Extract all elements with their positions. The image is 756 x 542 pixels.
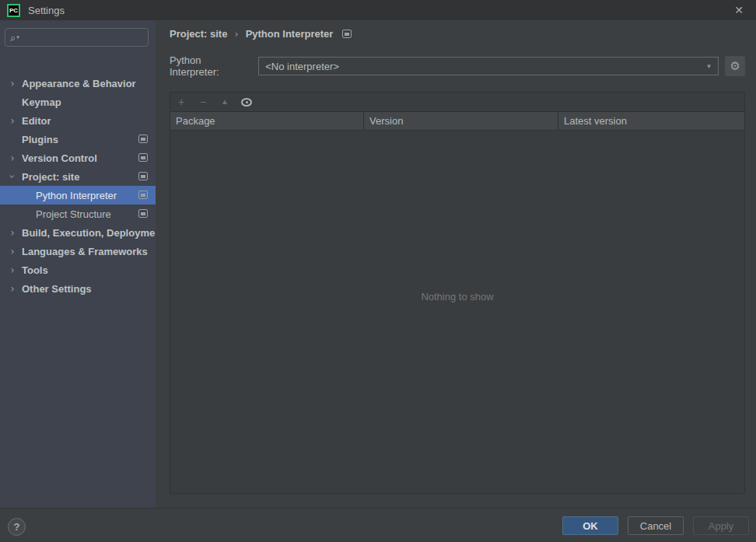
sidebar-item-project-structure[interactable]: Project Structure xyxy=(0,205,156,223)
chevron-down-icon: ▼ xyxy=(705,63,712,70)
sidebar-item-label: Keymap xyxy=(22,96,61,108)
minus-icon: − xyxy=(200,96,206,108)
sidebar-item-label: Editor xyxy=(22,115,51,127)
sidebar-item-other-settings[interactable]: › Other Settings xyxy=(0,279,156,298)
title-bar: PC Settings ✕ xyxy=(0,0,756,20)
interpreter-select[interactable]: <No interpreter> ▼ xyxy=(258,57,719,75)
window-title: Settings xyxy=(28,5,65,16)
settings-sidebar: ⌕ ▾ › Appearance & Behavior Keymap › Edi… xyxy=(0,20,156,508)
packages-panel: + − ▲ Package Version Latest version Not… xyxy=(170,92,745,494)
plus-icon: + xyxy=(178,96,184,108)
arrow-up-icon: ▲ xyxy=(221,97,229,106)
interpreter-settings-button[interactable]: ⚙ xyxy=(725,56,745,76)
sidebar-item-project-site[interactable]: › Project: site xyxy=(0,167,156,186)
per-project-settings-icon xyxy=(342,30,352,38)
sidebar-item-label: Version Control xyxy=(22,152,97,164)
gear-icon: ⚙ xyxy=(730,59,740,73)
chevron-right-icon[interactable]: › xyxy=(8,227,17,238)
chevron-right-icon[interactable]: › xyxy=(8,78,17,89)
per-project-settings-icon xyxy=(138,191,148,199)
chevron-right-icon[interactable]: › xyxy=(8,283,17,294)
cancel-button[interactable]: Cancel xyxy=(628,516,684,535)
chevron-right-icon[interactable]: › xyxy=(8,115,17,126)
sidebar-item-languages-frameworks[interactable]: › Languages & Frameworks xyxy=(0,242,156,261)
sidebar-item-label: Other Settings xyxy=(22,283,92,295)
pycharm-logo-icon: PC xyxy=(7,4,20,17)
sidebar-item-python-interpreter[interactable]: Python Interpreter xyxy=(0,186,156,205)
sidebar-item-label: Project: site xyxy=(22,171,79,183)
sidebar-item-label: Languages & Frameworks xyxy=(22,246,148,257)
search-icon: ⌕ xyxy=(10,33,16,43)
sidebar-item-label: Project Structure xyxy=(36,208,111,220)
settings-content: Project: site › Python Interpreter Pytho… xyxy=(156,20,756,508)
breadcrumb-project-site[interactable]: Project: site xyxy=(170,28,227,40)
sidebar-item-label: Appearance & Behavior xyxy=(22,78,136,89)
sidebar-item-tools[interactable]: › Tools xyxy=(0,261,156,279)
footer-buttons: OK Cancel Apply xyxy=(562,516,749,535)
sidebar-item-appearance-behavior[interactable]: › Appearance & Behavior xyxy=(0,74,156,93)
chevron-down-icon[interactable]: › xyxy=(7,172,18,181)
breadcrumb-separator-icon: › xyxy=(234,28,238,40)
interpreter-row: Python Interpreter: <No interpreter> ▼ ⚙ xyxy=(170,54,745,78)
chevron-right-icon[interactable]: › xyxy=(8,246,17,257)
column-header-latest-version[interactable]: Latest version xyxy=(558,112,744,130)
sidebar-item-label: Build, Execution, Deployment xyxy=(22,227,164,239)
sidebar-item-plugins[interactable]: Plugins xyxy=(0,130,156,149)
help-button[interactable]: ? xyxy=(8,518,26,536)
sidebar-item-label: Python Interpreter xyxy=(36,190,117,201)
column-header-version[interactable]: Version xyxy=(363,112,558,130)
interpreter-selected-value: <No interpreter> xyxy=(265,61,339,72)
apply-button: Apply xyxy=(693,516,749,535)
sidebar-item-version-control[interactable]: › Version Control xyxy=(0,149,156,167)
sidebar-item-editor[interactable]: › Editor xyxy=(0,111,156,130)
breadcrumb: Project: site › Python Interpreter xyxy=(170,28,352,40)
ok-button[interactable]: OK xyxy=(562,516,618,535)
settings-tree: › Appearance & Behavior Keymap › Editor … xyxy=(0,74,156,298)
show-early-releases-button[interactable] xyxy=(236,98,257,107)
remove-package-button[interactable]: − xyxy=(192,96,214,107)
dialog-footer: ? OK Cancel Apply xyxy=(0,508,756,542)
packages-table-header: Package Version Latest version xyxy=(170,112,744,131)
per-project-settings-icon xyxy=(138,153,148,162)
per-project-settings-icon xyxy=(138,209,148,218)
packages-toolbar: + − ▲ xyxy=(170,93,744,112)
breadcrumb-python-interpreter: Python Interpreter xyxy=(246,28,334,40)
chevron-right-icon[interactable]: › xyxy=(8,152,17,163)
chevron-right-icon[interactable]: › xyxy=(8,264,17,275)
sidebar-item-label: Tools xyxy=(22,264,48,276)
per-project-settings-icon xyxy=(138,172,148,180)
per-project-settings-icon xyxy=(138,135,148,143)
empty-state-text: Nothing to show xyxy=(170,291,744,302)
packages-table-body: Nothing to show xyxy=(170,131,744,493)
sidebar-item-label: Plugins xyxy=(22,134,58,145)
eye-icon xyxy=(241,98,252,107)
add-package-button[interactable]: + xyxy=(170,96,192,107)
upgrade-package-button[interactable]: ▲ xyxy=(214,98,236,106)
search-history-caret-icon[interactable]: ▾ xyxy=(16,34,19,40)
settings-dialog: PC Settings ✕ ⌕ ▾ › Appearance & Behavio… xyxy=(0,0,756,542)
column-header-package[interactable]: Package xyxy=(170,112,363,130)
sidebar-item-build-execution-deployment[interactable]: › Build, Execution, Deployment xyxy=(0,223,156,242)
search-input[interactable]: ⌕ ▾ xyxy=(5,28,149,47)
sidebar-item-keymap[interactable]: Keymap xyxy=(0,93,156,111)
close-icon[interactable]: ✕ xyxy=(728,0,750,20)
interpreter-label: Python Interpreter: xyxy=(170,54,252,78)
question-mark-icon: ? xyxy=(14,521,20,533)
